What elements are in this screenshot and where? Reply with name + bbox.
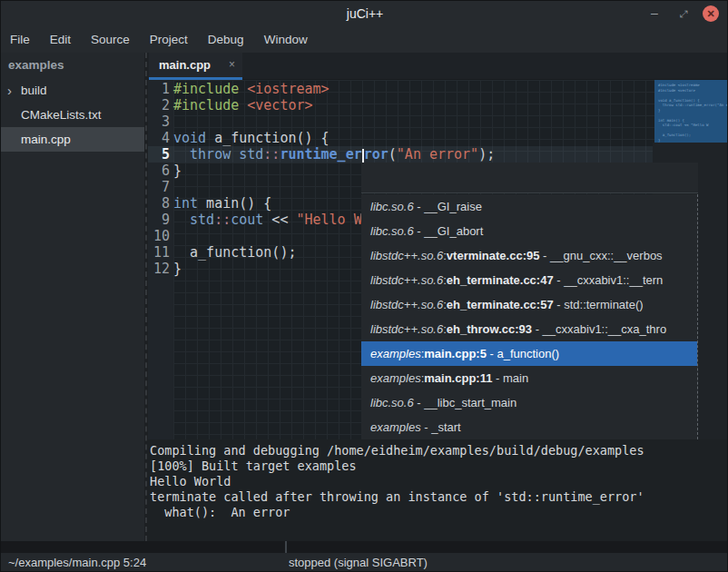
tab-main-cpp[interactable]: main.cpp ×: [149, 53, 242, 80]
frame-module: libstdc++.so.6: [370, 249, 443, 262]
frame-location: vterminate.cc:95: [447, 249, 540, 262]
frame-function: a_function(): [497, 347, 559, 360]
token-pl: [173, 212, 190, 228]
line-number: 2: [148, 97, 170, 113]
frame-function: std::terminate(): [564, 298, 643, 311]
frame-module: examples: [370, 420, 421, 434]
frame-location: eh_throw.cc:93: [447, 322, 532, 336]
token-op: ::: [214, 212, 231, 228]
token-kw: std: [239, 146, 263, 163]
line-number: 1: [148, 81, 170, 97]
frame-module: libc.so.6: [370, 396, 414, 409]
status-debug-state: stopped (signal SIGABRT): [289, 553, 428, 572]
tree-item-main-cpp[interactable]: main.cpp: [1, 127, 144, 152]
close-button[interactable]: ✕: [703, 5, 719, 22]
token-str: "Hello W: [296, 212, 361, 228]
code-line[interactable]: 5 throw std::runtime_error("An error");: [148, 146, 728, 163]
code-text: }: [173, 163, 182, 179]
frame-separator: -: [414, 200, 425, 213]
menu-item-edit[interactable]: Edit: [40, 26, 81, 53]
backtrace-row[interactable]: libstdc++.so.6:eh_throw.cc:93 - __cxxabi…: [361, 317, 697, 341]
frame-separator: -: [421, 420, 432, 434]
code-preview-tooltip: #include <iostream>#include <vector> voi…: [654, 80, 728, 143]
code-line[interactable]: 4void a_function() {: [148, 130, 728, 146]
code-text: a_function();: [173, 244, 296, 261]
status-bar: ~/examples/main.cpp 5:24 stopped (signal…: [1, 553, 728, 572]
code-text: void a_function() {: [173, 130, 330, 146]
tree-item-cmakelists-txt[interactable]: CMakeLists.txt: [1, 103, 144, 127]
frame-function: __gnu_cxx::__verbos: [550, 249, 663, 262]
frame-function: _start: [431, 420, 461, 434]
code-text: int main() {: [173, 195, 271, 212]
frame-location: main.cpp:5: [424, 347, 487, 360]
line-number: 6: [148, 163, 170, 179]
token-pl: );: [478, 146, 495, 163]
chevron-right-icon[interactable]: ›: [7, 78, 12, 103]
title-bar[interactable]: juCi++ – ⤢ ✕: [1, 1, 728, 26]
backtrace-list: libc.so.6 - __GI_raiselibc.so.6 - __GI_a…: [361, 194, 698, 439]
token-pl: }: [173, 163, 182, 179]
status-file-position: ~/examples/main.cpp 5:24: [8, 553, 146, 572]
token-str: "An error": [397, 146, 478, 163]
frame-function: __GI_abort: [424, 224, 483, 238]
token-pl: <<: [263, 212, 296, 228]
tree-item-build[interactable]: ›build: [1, 78, 144, 103]
code-text: #include <iostream>: [173, 81, 330, 97]
menu-item-window[interactable]: Window: [254, 26, 318, 53]
frame-separator: -: [492, 371, 503, 385]
token-op: ::: [263, 146, 280, 163]
tab-label: main.cpp: [159, 53, 211, 77]
menu-item-project[interactable]: Project: [140, 26, 198, 53]
line-number: 11: [148, 244, 170, 261]
frame-function: main: [503, 371, 528, 385]
token-pl: [173, 146, 190, 163]
frame-separator: -: [414, 396, 425, 409]
pane-separator-horizontal[interactable]: [1, 541, 728, 553]
frame-separator: -: [554, 298, 565, 311]
backtrace-row[interactable]: examples - _start: [361, 415, 697, 439]
terminal-line: Hello World: [148, 474, 728, 489]
menu-item-debug[interactable]: Debug: [198, 26, 254, 53]
backtrace-row[interactable]: libc.so.6 - __GI_abort: [361, 219, 697, 243]
separator-handle[interactable]: [285, 541, 287, 553]
token-kw: int: [173, 195, 198, 212]
minimize-button[interactable]: –: [645, 1, 664, 26]
backtrace-row[interactable]: libstdc++.so.6:eh_terminate.cc:57 - std:…: [361, 292, 697, 317]
frame-module: libc.so.6: [370, 224, 414, 238]
frame-location: eh_terminate.cc:57: [447, 298, 554, 311]
tree-item-label: CMakeLists.txt: [21, 103, 102, 127]
backtrace-row[interactable]: examples:main.cpp:11 - main: [361, 366, 697, 390]
code-line[interactable]: 2#include <vector>: [148, 97, 728, 113]
terminal-line: [100%] Built target examples: [148, 459, 728, 474]
line-number: 3: [148, 113, 170, 130]
frame-module: libstdc++.so.6: [370, 322, 443, 336]
debug-backtrace-popup: libc.so.6 - __GI_raiselibc.so.6 - __GI_a…: [361, 163, 728, 439]
restore-icon[interactable]: ⤢: [674, 1, 693, 26]
token-pl: (: [389, 146, 397, 163]
line-number: 10: [148, 228, 170, 244]
file-tree: ›buildCMakeLists.txtmain.cpp: [1, 78, 144, 152]
token-str: <vector>: [247, 97, 312, 113]
backtrace-row[interactable]: libstdc++.so.6:vterminate.cc:95 - __gnu_…: [361, 243, 697, 268]
tab-close-icon[interactable]: ×: [229, 53, 235, 77]
code-text: std::cout << "Hello W: [173, 212, 362, 228]
backtrace-row[interactable]: libstdc++.so.6:eh_terminate.cc:47 - __cx…: [361, 268, 697, 292]
menu-item-source[interactable]: Source: [81, 26, 140, 53]
token-pre: #include: [173, 81, 239, 97]
token-kw: std: [190, 212, 214, 228]
code-text: throw std::runtime_error("An error");: [173, 146, 495, 163]
menu-bar: FileEditSourceProjectDebugWindow: [1, 26, 728, 53]
output-terminal[interactable]: Compiling and debugging /home/eidheim/ex…: [148, 439, 728, 541]
backtrace-row[interactable]: examples:main.cpp:5 - a_function(): [361, 341, 697, 366]
code-line[interactable]: 1#include <iostream>: [148, 81, 728, 97]
window-title: juCi++: [1, 1, 728, 26]
token-pl: a_function() {: [206, 130, 329, 146]
frame-function: __libc_start_main: [424, 396, 516, 409]
menu-item-file[interactable]: File: [10, 26, 40, 53]
frame-module: examples: [370, 347, 421, 360]
backtrace-row[interactable]: libc.so.6 - __GI_raise: [361, 194, 697, 219]
token-pl: [239, 81, 247, 97]
debug-tooltip-empty-area: [361, 163, 698, 193]
code-line[interactable]: 3: [148, 113, 728, 130]
backtrace-row[interactable]: libc.so.6 - __libc_start_main: [361, 390, 697, 415]
